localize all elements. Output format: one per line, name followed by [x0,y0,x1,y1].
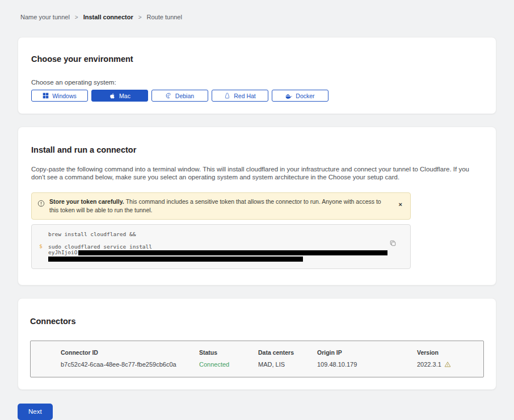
os-button-label: Mac [119,93,130,99]
install-command-block: $ brew install cloudflared && sudo cloud… [31,224,411,269]
token-warning-bold: Store your token carefully. [49,198,124,205]
choose-environment-card: Choose your environment Choose an operat… [18,37,496,114]
breadcrumb: Name your tunnel > Install connector > R… [20,14,496,20]
breadcrumb-route-tunnel: Route tunnel [147,14,182,20]
apple-icon [109,93,116,99]
col-connector-id: Connector ID [61,349,199,356]
os-button-label: Red Hat [234,93,256,99]
next-button[interactable]: Next [18,404,53,420]
choose-environment-title: Choose your environment [31,54,479,64]
os-button-label: Debian [175,93,194,99]
token-warning-banner: Store your token carefully.This command … [31,192,411,220]
redacted-token-bar [78,250,387,255]
command-token-line: eyJhIjoiO [48,250,387,256]
os-button-docker[interactable]: Docker [272,90,328,102]
os-button-windows[interactable]: Windows [31,90,88,102]
debian-icon [166,93,172,99]
connectors-card: Connectors Connector ID Status Data cent… [18,298,496,390]
warning-triangle-icon [444,361,451,368]
connector-row: b7c52c42-6caa-48ee-8c77-fbe259cb6c0a Con… [61,361,472,368]
tunnel-setup-page: Name your tunnel > Install connector > R… [0,14,514,420]
os-button-label: Docker [296,93,314,99]
breadcrumb-install-connector: Install connector [83,14,133,20]
status-badge: Connected [199,361,258,368]
install-description: Copy-paste the following command into a … [31,165,479,181]
connectors-table-header: Connector ID Status Data centers Origin … [61,349,472,356]
token-warning-text: Store your token carefully.This command … [49,198,392,215]
breadcrumb-separator: > [75,14,78,20]
redhat-linux-icon [224,93,230,99]
col-version: Version [417,349,472,356]
origin-ip-value: 109.48.10.179 [317,361,417,368]
install-connector-title: Install and run a connector [31,145,479,154]
data-centers-value: MAD, LIS [258,361,317,368]
docker-whale-icon [285,93,292,99]
version-value: 2022.3.1 [417,361,472,368]
breadcrumb-name-your-tunnel[interactable]: Name your tunnel [20,14,70,20]
command-line-2: sudo cloudflared service install [48,244,387,250]
command-spacer [48,238,387,244]
close-icon[interactable]: × [397,200,405,209]
col-status: Status [199,349,258,356]
os-button-label: Windows [52,93,77,99]
redacted-token-bar [48,257,303,262]
os-select-label: Choose an operating system: [31,79,479,86]
terminal-prompt: $ [39,243,43,250]
breadcrumb-separator: > [138,14,142,20]
connectors-table: Connector ID Status Data centers Origin … [30,341,484,377]
os-button-group: Windows Mac Debian Red Hat [31,90,479,102]
copy-icon[interactable] [389,240,397,249]
install-connector-card: Install and run a connector Copy-paste t… [18,127,496,285]
windows-icon [43,93,49,99]
command-line-1: brew install cloudflared && [48,232,387,238]
col-data-centers: Data centers [258,349,317,356]
token-prefix: eyJhIjoiO [48,250,77,256]
connectors-title: Connectors [30,317,484,326]
os-button-mac[interactable]: Mac [91,90,148,102]
os-button-debian[interactable]: Debian [151,90,208,102]
version-number: 2022.3.1 [417,361,441,368]
alert-circle-icon [37,199,45,209]
os-button-redhat[interactable]: Red Hat [212,90,268,102]
connector-id-value: b7c52c42-6caa-48ee-8c77-fbe259cb6c0a [61,361,199,368]
col-origin-ip: Origin IP [317,349,417,356]
